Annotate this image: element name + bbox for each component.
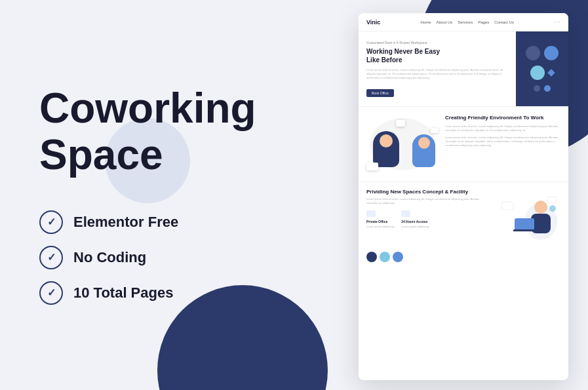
- feature-label-3: 10 Total Pages: [73, 284, 173, 302]
- deco-row-2: [530, 66, 554, 80]
- mock-nav-about: About Us: [436, 20, 452, 24]
- mock-section-3-title: Prividing New Spaces Concept & Facility: [366, 189, 490, 195]
- person-1-head: [380, 134, 393, 147]
- person-2-head: [418, 137, 430, 149]
- svg-rect-5: [501, 202, 513, 210]
- mock-nav-contact: Contact Us: [494, 20, 514, 24]
- float-icon-1: [396, 120, 405, 127]
- float-icon-2: [431, 128, 439, 133]
- mock-section-3-body: Lorem ipsum dolor sit amet, consec adipi…: [366, 197, 490, 205]
- mock-feature-2: 24 Hours Access Lorem ipsum adipiscing.: [401, 210, 429, 228]
- deco-shape-blue-1: [544, 46, 559, 60]
- mock-hero-title: Working Never Be Easy Like Before: [366, 47, 508, 64]
- deco-shape-dark-small: [534, 85, 540, 92]
- mock-nav-icon: ⋯: [554, 18, 560, 26]
- svg-rect-4: [513, 229, 536, 231]
- feature-item-3: 10 Total Pages: [39, 281, 262, 305]
- mock-avatars-row: [359, 248, 568, 266]
- mock-section-3-inner: Prividing New Spaces Concept & Facility …: [366, 189, 560, 241]
- mock-hero-body: Lorem ipsum dolor sit amet, consec adipi…: [366, 68, 508, 80]
- mock-features-row: Private Office Lorem ipsum adipiscing. 2…: [366, 210, 490, 228]
- mock-illustration-2: [495, 189, 560, 241]
- deco-row-3: [534, 85, 551, 92]
- mock-avatar-2: [380, 252, 390, 262]
- mock-avatar-1: [366, 252, 377, 262]
- mock-avatar-3: [393, 252, 403, 262]
- check-icon-1: [39, 210, 63, 234]
- feature-list: Elementor Free No Coding 10 Total Pages: [39, 210, 262, 305]
- svg-point-1: [534, 201, 547, 214]
- mock-feature-sublabel-2: Lorem ipsum adipiscing.: [401, 225, 429, 228]
- mock-nav-home: Home: [420, 20, 431, 24]
- deco-shape-dark-1: [526, 46, 540, 60]
- mock-hero-content: Guaranteed Desk in A Shared Workspace Wo…: [359, 31, 516, 106]
- person-1-body: [373, 131, 399, 167]
- mock-section-2-body-2: Lorem ipsum dolor sit amet, consec adipi…: [445, 136, 560, 147]
- mock-section-3-left: Prividing New Spaces Concept & Facility …: [366, 189, 490, 241]
- feature-item-1: Elementor Free: [39, 210, 262, 234]
- left-panel: Coworking Space Elementor Free No Coding…: [26, 0, 275, 390]
- mock-nav-links: Home About Us Services Pages Contact Us: [420, 20, 513, 24]
- mock-nav-services: Services: [458, 20, 473, 24]
- mock-navbar: Vinic Home About Us Services Pages Conta…: [359, 13, 568, 31]
- mock-logo: Vinic: [366, 19, 380, 26]
- mock-section-2: Creating Friendly Environment To Work Lo…: [359, 107, 568, 182]
- illustration-svg-2: [495, 189, 560, 241]
- deco-row-1: [526, 46, 559, 60]
- mock-section-2-body-1: Lorem ipsum dolor sit amet, consec adipi…: [445, 125, 560, 132]
- float-icon-3: [366, 163, 378, 170]
- person-2-body: [412, 134, 435, 167]
- feature-label-1: Elementor Free: [73, 214, 178, 231]
- feature-item-2: No Coding: [39, 246, 262, 269]
- mock-hero-subtitle: Guaranteed Desk in A Shared Workspace: [366, 41, 508, 45]
- mock-nav-pages: Pages: [478, 20, 489, 24]
- mock-feature-icon-2: [401, 210, 410, 217]
- mock-feature-label-2: 24 Hours Access: [401, 220, 429, 224]
- mock-section-2-title: Creating Friendly Environment To Work: [445, 115, 560, 121]
- svg-rect-3: [515, 218, 534, 230]
- feature-label-2: No Coding: [73, 249, 146, 266]
- mock-section-2-content: Creating Friendly Environment To Work Lo…: [445, 115, 560, 151]
- deco-shape-lightblue: [530, 66, 545, 80]
- mock-hero-decoration: [516, 31, 568, 106]
- deco-diamond: [547, 69, 555, 76]
- mock-cta-button[interactable]: Book Office: [366, 89, 394, 97]
- mock-feature-label-1: Private Office: [366, 220, 395, 224]
- check-icon-2: [39, 246, 63, 269]
- svg-point-7: [549, 205, 556, 212]
- mock-feature-icon-1: [366, 210, 376, 217]
- website-mockup: Vinic Home About Us Services Pages Conta…: [359, 13, 568, 380]
- mock-feature-sublabel-1: Lorem ipsum adipiscing.: [366, 225, 395, 228]
- svg-rect-6: [547, 197, 557, 203]
- mock-feature-1: Private Office Lorem ipsum adipiscing.: [366, 210, 395, 228]
- mock-section-3: Prividing New Spaces Concept & Facility …: [359, 182, 568, 248]
- mock-hero-section: Guaranteed Desk in A Shared Workspace Wo…: [359, 31, 568, 106]
- check-icon-3: [39, 281, 63, 305]
- mock-illustration-people: [366, 115, 439, 174]
- deco-shape-blue-small: [544, 85, 551, 92]
- main-title: Coworking Space: [39, 85, 262, 178]
